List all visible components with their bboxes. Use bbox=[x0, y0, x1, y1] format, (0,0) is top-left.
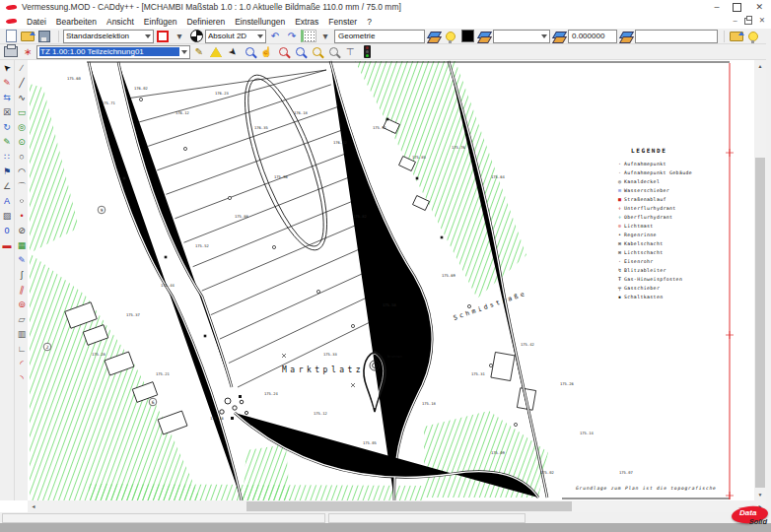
minimize-button[interactable]: – bbox=[714, 1, 719, 13]
zoom-previous-button[interactable] bbox=[325, 45, 341, 59]
eraser-icon[interactable]: ▬ bbox=[0, 237, 14, 252]
grid-dropdown-arrow[interactable]: ▾ bbox=[317, 30, 333, 43]
legend-label: Aufnahmepunkt bbox=[624, 162, 666, 166]
active-color-button[interactable] bbox=[155, 30, 171, 43]
menu-?[interactable]: ? bbox=[362, 17, 377, 27]
spline-tool-icon[interactable]: ʃ bbox=[15, 267, 29, 282]
coordinate-origin-button[interactable] bbox=[188, 30, 204, 43]
undo-button[interactable]: ↶ bbox=[267, 30, 283, 43]
vertical-scroll-thumb[interactable] bbox=[755, 158, 765, 488]
vertical-scrollbar[interactable]: ▲ ▼ bbox=[754, 60, 766, 500]
horizontal-scrollbar[interactable]: ◄ ► bbox=[28, 500, 766, 512]
zoom-window-button[interactable] bbox=[242, 45, 257, 59]
pan-button[interactable]: ☝ bbox=[258, 45, 274, 59]
set-square-button[interactable] bbox=[208, 45, 224, 59]
menu-definieren[interactable]: Definieren bbox=[181, 17, 230, 27]
name-input[interactable] bbox=[635, 30, 718, 43]
corner-tool-icon[interactable]: ∟ bbox=[15, 341, 29, 356]
menu-fenster[interactable]: Fenster bbox=[323, 17, 362, 27]
box-3d-icon[interactable]: ▱ bbox=[15, 311, 29, 326]
transform-icon[interactable]: ⇆ bbox=[0, 90, 14, 104]
selection-mode-dropdown[interactable]: Standardselektion bbox=[63, 30, 154, 43]
ellipse-tool-icon[interactable]: ○ bbox=[15, 193, 29, 208]
t-square-button[interactable]: ⊤ bbox=[342, 45, 358, 59]
map-canvas[interactable]: 926 175.60175.71176.02176.12176.23176.35… bbox=[28, 60, 754, 500]
ellipse-axis-icon[interactable]: ⊘ bbox=[15, 223, 29, 237]
layers-button-3[interactable] bbox=[551, 30, 567, 43]
delete-icon[interactable]: ☒ bbox=[0, 104, 14, 119]
modify-pencil-icon[interactable]: ✎ bbox=[0, 134, 14, 149]
angle-input[interactable]: 0.000000 bbox=[568, 30, 617, 43]
flag-icon[interactable]: ⚑ bbox=[0, 164, 14, 178]
menu-datei[interactable]: Datei bbox=[22, 17, 51, 27]
circle-tool-icon[interactable]: ○ bbox=[15, 149, 29, 164]
knife-icon[interactable]: ∕ bbox=[15, 60, 29, 75]
menu-einstellungen[interactable]: Einstellungen bbox=[230, 17, 290, 27]
mdi-minimize-button[interactable]: – bbox=[734, 16, 737, 26]
lamp-button[interactable] bbox=[745, 30, 761, 43]
maximize-button[interactable] bbox=[733, 3, 741, 12]
layers-button-1[interactable] bbox=[426, 30, 442, 43]
menu-bearbeiten[interactable]: Bearbeiten bbox=[51, 17, 102, 27]
rectangle-tool-icon[interactable]: ▭ bbox=[15, 104, 29, 119]
pick-point-button[interactable]: ✎ bbox=[191, 45, 207, 59]
line-tool-icon[interactable]: ╱ bbox=[15, 75, 29, 90]
horizontal-scroll-thumb[interactable] bbox=[246, 501, 572, 511]
rotate-icon[interactable]: ↻ bbox=[0, 119, 14, 134]
zoom-out-button[interactable] bbox=[292, 45, 308, 59]
line-style-dropdown[interactable] bbox=[493, 30, 550, 43]
scroll-up-arrow[interactable]: ▲ bbox=[754, 60, 766, 72]
zoom-in-button[interactable] bbox=[275, 45, 291, 59]
paint-tool-icon[interactable]: ✎ bbox=[15, 252, 29, 267]
snap-points-icon[interactable]: ∷ bbox=[0, 149, 14, 164]
color-dropdown-arrow[interactable]: ▾ bbox=[172, 30, 187, 43]
print-button[interactable] bbox=[3, 45, 19, 59]
arc-tool-icon[interactable]: ◠ bbox=[15, 164, 29, 178]
logo-text-data: Data bbox=[739, 508, 756, 517]
menu-einfgen[interactable]: Einfügen bbox=[139, 17, 182, 27]
select-tool-icon[interactable]: ➤ bbox=[0, 60, 14, 75]
select-arrow-button[interactable]: ➤ bbox=[225, 45, 241, 59]
layers-button-4[interactable] bbox=[618, 30, 634, 43]
zoom-extents-button[interactable] bbox=[309, 45, 324, 59]
donut-tool-icon[interactable]: ⊚ bbox=[15, 297, 29, 311]
hatch-tool-icon[interactable]: ▨ bbox=[0, 208, 14, 223]
concentric-circles-icon[interactable]: ◎ bbox=[15, 119, 29, 134]
open-file-button[interactable] bbox=[20, 30, 35, 43]
traffic-light-button[interactable] bbox=[359, 45, 375, 59]
legend-title: LEGENDE bbox=[631, 147, 732, 154]
chamfer-tool-icon[interactable]: ◝ bbox=[15, 370, 29, 385]
datasolid-logo: Data Solid bbox=[731, 504, 770, 531]
coordinate-mode-dropdown[interactable]: Absolut 2D bbox=[205, 30, 266, 43]
number-tool-icon[interactable]: 0 bbox=[0, 223, 14, 237]
menu-ansicht[interactable]: Ansicht bbox=[102, 17, 139, 27]
point-tool-icon[interactable]: • bbox=[15, 208, 29, 223]
save-button[interactable] bbox=[36, 30, 52, 43]
redo-button[interactable]: ↷ bbox=[284, 30, 300, 43]
layer-clear-button[interactable] bbox=[729, 30, 744, 43]
edit-pencil-icon[interactable]: ✎ bbox=[0, 75, 14, 90]
arc-3point-icon[interactable]: ⌒ bbox=[15, 178, 29, 193]
layers-button-2[interactable] bbox=[476, 30, 492, 43]
fillet-tool-icon[interactable]: ◜ bbox=[15, 356, 29, 370]
layer-visibility-button[interactable] bbox=[443, 30, 458, 43]
grid-toggle-button[interactable] bbox=[301, 30, 316, 43]
parallel-lines-icon[interactable]: ∥ bbox=[15, 282, 29, 297]
color-swatch[interactable] bbox=[459, 30, 475, 43]
measure-angle-icon[interactable]: ∠ bbox=[0, 178, 14, 193]
drawing-layer-dropdown[interactable]: TZ 1.00:1.00 Teilzeichnung01 bbox=[36, 45, 190, 59]
scroll-down-arrow[interactable]: ▼ bbox=[754, 489, 766, 500]
geometry-input[interactable]: Geometrie bbox=[334, 30, 425, 43]
calibrate-button[interactable]: ∗ bbox=[20, 45, 35, 59]
text-tool-icon[interactable]: A bbox=[0, 193, 14, 208]
circle-center-icon[interactable]: ⊙ bbox=[15, 134, 29, 149]
scroll-left-arrow[interactable]: ◄ bbox=[28, 500, 39, 512]
new-file-button[interactable] bbox=[3, 30, 19, 43]
solid-box-icon[interactable]: ▦ bbox=[15, 237, 29, 252]
close-button[interactable]: ✕ bbox=[755, 1, 763, 13]
mdi-restore-button[interactable] bbox=[744, 18, 752, 25]
polyline-tool-icon[interactable]: ∿ bbox=[15, 90, 29, 104]
cylinder-tool-icon[interactable]: ▥ bbox=[15, 326, 29, 341]
mdi-close-button[interactable]: ✕ bbox=[759, 16, 765, 26]
menu-extras[interactable]: Extras bbox=[290, 17, 323, 27]
